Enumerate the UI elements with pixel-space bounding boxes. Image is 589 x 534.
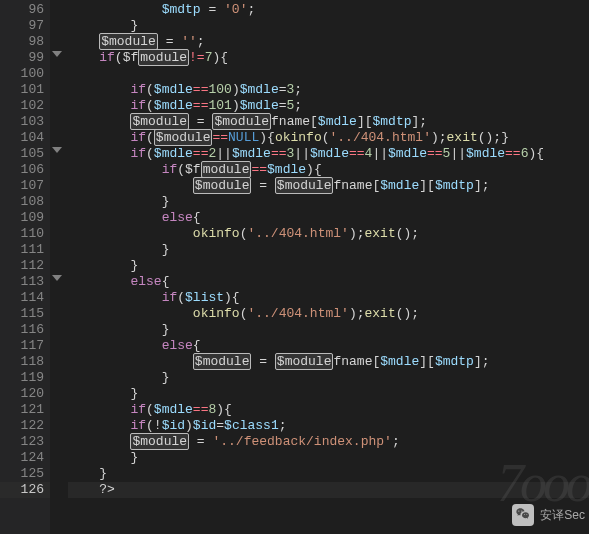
line-number: 110 (0, 226, 50, 242)
code-line[interactable]: if($mdle==101)$mdle=5; (68, 98, 589, 114)
line-number: 106 (0, 162, 50, 178)
code-line[interactable]: } (68, 386, 589, 402)
code-line[interactable]: if($fmodule!=7){ (68, 50, 589, 66)
code-line[interactable]: if($fmodule==$mdle){ (68, 162, 589, 178)
code-line[interactable]: $module = ''; (68, 34, 589, 50)
code-line[interactable]: else{ (68, 274, 589, 290)
code-line[interactable]: $module = $modulefname[$mdle][$mdtp]; (68, 114, 589, 130)
code-line[interactable]: } (68, 242, 589, 258)
wechat-icon (512, 504, 534, 526)
line-number: 123 (0, 434, 50, 450)
code-area[interactable]: $mdtp = '0'; } $module = ''; if($fmodule… (50, 0, 589, 534)
line-number: 112 (0, 258, 50, 274)
line-number: 105 (0, 146, 50, 162)
code-line[interactable]: if($mdle==2||$mdle==3||$mdle==4||$mdle==… (68, 146, 589, 162)
line-number-gutter: 9697989910010110210310410510610710810911… (0, 0, 50, 534)
code-line[interactable]: $module = $modulefname[$mdle][$mdtp]; (68, 354, 589, 370)
line-number: 100 (0, 66, 50, 82)
line-number: 102 (0, 98, 50, 114)
line-number: 103 (0, 114, 50, 130)
code-line[interactable]: } (68, 370, 589, 386)
line-number: 114 (0, 290, 50, 306)
code-line[interactable]: okinfo('../404.html');exit(); (68, 226, 589, 242)
code-line[interactable]: } (68, 258, 589, 274)
code-line[interactable]: $module = '../feedback/index.php'; (68, 434, 589, 450)
code-line[interactable]: } (68, 466, 589, 482)
line-number: 98 (0, 34, 50, 50)
line-number: 108 (0, 194, 50, 210)
line-number: 120 (0, 386, 50, 402)
line-number: 122 (0, 418, 50, 434)
code-line[interactable] (68, 66, 589, 82)
code-line[interactable]: } (68, 194, 589, 210)
code-editor[interactable]: 9697989910010110210310410510610710810911… (0, 0, 589, 534)
line-number: 125 (0, 466, 50, 482)
line-number: 101 (0, 82, 50, 98)
line-number: 117 (0, 338, 50, 354)
code-line[interactable]: if($mdle==100)$mdle=3; (68, 82, 589, 98)
line-number: 104 (0, 130, 50, 146)
code-line[interactable]: else{ (68, 210, 589, 226)
code-line[interactable]: ?> (68, 482, 589, 498)
line-number: 116 (0, 322, 50, 338)
line-number: 115 (0, 306, 50, 322)
line-number: 97 (0, 18, 50, 34)
code-line[interactable]: $mdtp = '0'; (68, 2, 589, 18)
code-line[interactable]: if($module==NULL){okinfo('../404.html');… (68, 130, 589, 146)
watermark-text: 安译Sec (540, 507, 585, 524)
line-number: 121 (0, 402, 50, 418)
code-line[interactable]: if(!$id)$id=$class1; (68, 418, 589, 434)
code-line[interactable]: if($mdle==8){ (68, 402, 589, 418)
code-line[interactable]: } (68, 18, 589, 34)
line-number: 99 (0, 50, 50, 66)
code-line[interactable]: $module = $modulefname[$mdle][$mdtp]; (68, 178, 589, 194)
line-number: 118 (0, 354, 50, 370)
line-number: 126 (0, 482, 50, 498)
line-number: 113 (0, 274, 50, 290)
code-line[interactable]: if($list){ (68, 290, 589, 306)
line-number: 107 (0, 178, 50, 194)
line-number: 124 (0, 450, 50, 466)
line-number: 119 (0, 370, 50, 386)
line-number: 109 (0, 210, 50, 226)
line-number: 96 (0, 2, 50, 18)
line-number: 111 (0, 242, 50, 258)
code-line[interactable]: okinfo('../404.html');exit(); (68, 306, 589, 322)
code-line[interactable]: else{ (68, 338, 589, 354)
code-line[interactable]: } (68, 322, 589, 338)
channel-watermark: 安译Sec (512, 504, 585, 526)
code-line[interactable]: } (68, 450, 589, 466)
